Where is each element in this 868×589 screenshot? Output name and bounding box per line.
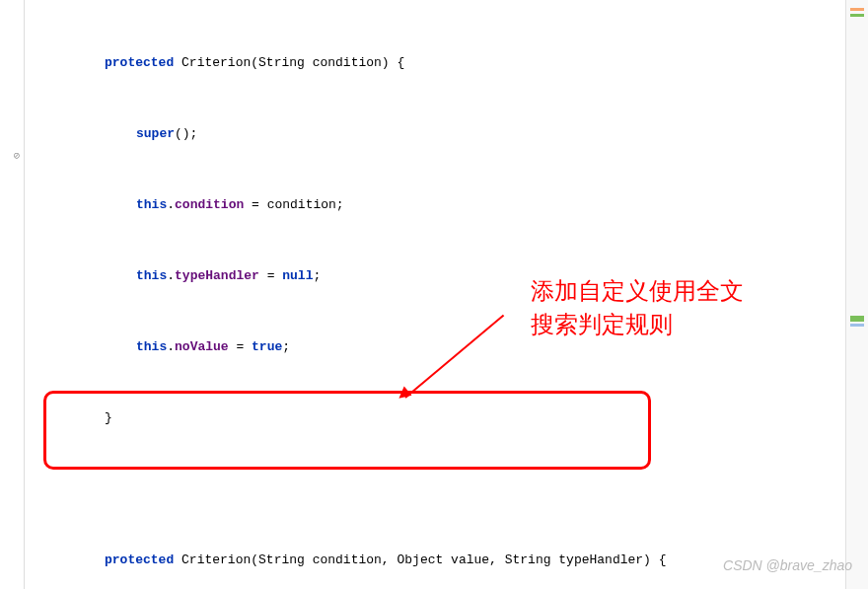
minimap[interactable] [845,0,868,589]
keyword-protected: protected [105,55,174,70]
minimap-mark [850,8,864,11]
minimap-mark [850,324,864,327]
watermark: CSDN @brave_zhao [723,553,852,577]
gutter: ⊘ [0,0,25,589]
code-line: this.condition = condition; [24,193,846,217]
code-line [24,478,846,501]
code-line: protected Criterion(String condition) { [24,51,846,75]
minimap-mark [850,14,864,17]
minimap-mark [850,316,864,322]
code-line: } [24,406,846,430]
gutter-circle: ⊘ [12,144,22,168]
annotation-text: 添加自定义使用全文 搜索判定规则 [531,274,744,341]
code-line: super(); [24,122,846,146]
